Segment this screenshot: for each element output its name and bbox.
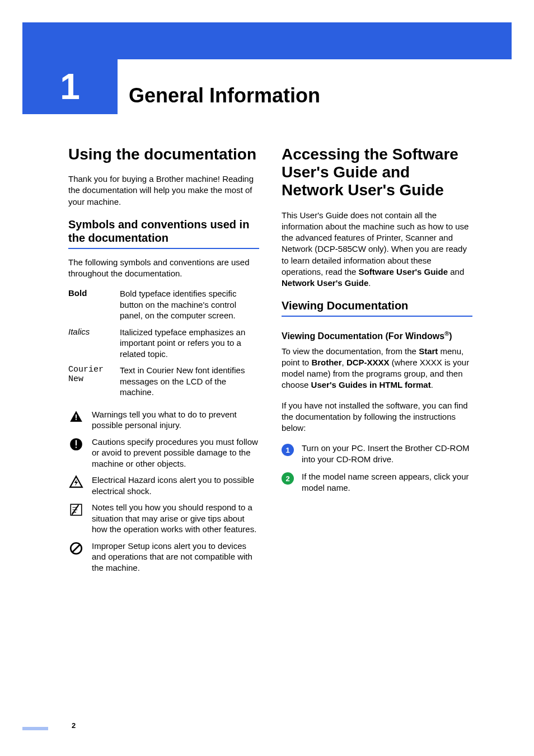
section-heading: Accessing the Software User's Guide and … [282, 145, 472, 200]
definition-desc: Text in Courier New font identifies mess… [120, 365, 259, 398]
sub-subsection-heading: Viewing Documentation (For Windows®) [282, 330, 472, 342]
text: . [431, 380, 433, 389]
paragraph: Thank you for buying a Brother machine! … [68, 173, 259, 208]
svg-rect-4 [76, 447, 77, 448]
subsection-heading: Viewing Documentation [282, 299, 472, 312]
footer-accent-bar [22, 727, 48, 730]
icon-desc: Warnings tell you what to do to prevent … [92, 409, 259, 431]
definition-desc: Bold typeface identifies specific button… [120, 288, 259, 321]
paragraph: The following symbols and conventions ar… [68, 257, 259, 280]
step-number-badge: 2 [282, 472, 294, 485]
text-bold: User's Guides in HTML format [311, 380, 431, 389]
icon-row: Warnings tell you what to do to prevent … [68, 409, 259, 431]
definition-desc: Italicized typeface emphasizes an import… [120, 327, 259, 360]
icon-desc: Notes tell you how you should respond to… [92, 502, 259, 535]
text: , [342, 358, 346, 367]
step-text: If the model name screen appears, click … [302, 471, 472, 493]
step-item: 1 Turn on your PC. Insert the Brother CD… [282, 443, 472, 464]
page-number: 2 [72, 721, 76, 730]
definition-list: Bold Bold typeface identifies specific b… [68, 288, 259, 398]
caution-icon [68, 436, 84, 452]
heading-rule [282, 316, 472, 317]
subsection: Viewing Documentation [282, 299, 472, 317]
definition-term: Courier New [68, 365, 112, 398]
icon-desc: Electrical Hazard icons alert you to pos… [92, 475, 259, 496]
icon-row: Notes tell you how you should respond to… [68, 502, 259, 535]
text-bold: DCP-XXXX [346, 358, 390, 367]
icon-desc: Improper Setup icons alert you to device… [92, 541, 259, 574]
icon-row: Improper Setup icons alert you to device… [68, 541, 259, 574]
page-footer: 2 [22, 721, 78, 731]
improper-setup-icon [68, 541, 84, 556]
step-text: Turn on your PC. Insert the Brother CD-R… [302, 443, 472, 464]
icon-row: Cautions specify procedures you must fol… [68, 436, 259, 469]
text-bold: Start [419, 346, 438, 356]
svg-line-7 [73, 544, 80, 552]
text-bold: Network User's Guide [282, 278, 368, 288]
chapter-number: 1 [60, 66, 80, 107]
text-bold: Brother [311, 358, 341, 367]
icon-row: Electrical Hazard icons alert you to pos… [68, 475, 259, 496]
definition-row: Italics Italicized typeface emphasizes a… [68, 327, 259, 360]
electrical-hazard-icon [68, 475, 84, 490]
text: ) [449, 332, 452, 341]
left-column: Using the documentation Thank you for bu… [68, 145, 259, 706]
chapter-tab: 1 [22, 59, 118, 114]
icon-list: Warnings tell you what to do to prevent … [68, 409, 259, 574]
step-number-badge: 1 [282, 444, 294, 456]
text: . [368, 278, 371, 288]
definition-term: Bold [68, 288, 112, 321]
svg-rect-0 [76, 415, 77, 419]
content-area: Using the documentation Thank you for bu… [68, 145, 472, 706]
definition-row: Bold Bold typeface identifies specific b… [68, 288, 259, 321]
paragraph: This User's Guide does not contain all t… [282, 210, 472, 289]
paragraph: To view the documentation, from the Star… [282, 346, 472, 391]
paragraph: If you have not installed the software, … [282, 400, 472, 434]
icon-desc: Cautions specify procedures you must fol… [92, 436, 259, 469]
text: Viewing Documentation (For Windows [282, 332, 444, 341]
subsection: Symbols and conventions used in the docu… [68, 218, 259, 249]
text: To view the documentation, from the [282, 346, 419, 356]
section-heading: Using the documentation [68, 145, 259, 163]
note-icon [68, 502, 84, 518]
right-column: Accessing the Software User's Guide and … [282, 145, 472, 706]
subsection-heading: Symbols and conventions used in the docu… [68, 218, 259, 245]
svg-rect-1 [76, 419, 77, 420]
chapter-title: General Information [129, 84, 320, 107]
header-band [22, 22, 512, 59]
definition-row: Courier New Text in Courier New font ide… [68, 365, 259, 398]
definition-term: Italics [68, 327, 112, 360]
text: and [448, 267, 464, 276]
heading-rule [68, 248, 259, 249]
text-bold: Software User's Guide [359, 267, 448, 276]
warning-icon [68, 409, 84, 425]
step-item: 2 If the model name screen appears, clic… [282, 471, 472, 493]
svg-rect-3 [76, 440, 77, 445]
